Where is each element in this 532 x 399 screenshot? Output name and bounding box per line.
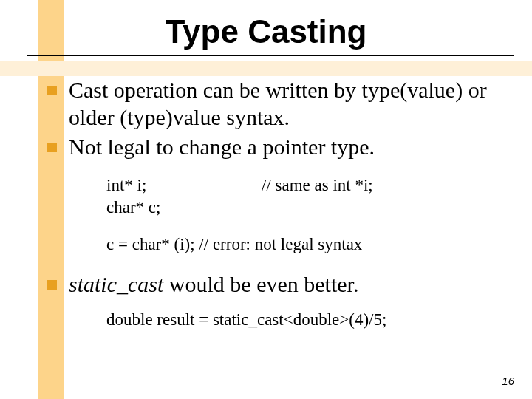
bullet-item: Cast operation can be written by type(va… (47, 77, 505, 131)
bullet-square-icon (47, 143, 57, 152)
bullet-text: Not legal to change a pointer type. (69, 134, 375, 161)
code-example-1: int* i; // same as int *i; char* c; c = … (106, 174, 505, 256)
code-comment: // same as int *i; (262, 174, 373, 197)
bullet-square-icon (47, 280, 57, 290)
slide-title: Type Casting (0, 13, 532, 50)
keyword-static-cast: static_cast (69, 272, 163, 296)
slide-body: Cast operation can be written by type(va… (47, 77, 505, 331)
bullet-item: Not legal to change a pointer type. (47, 134, 505, 161)
page-number: 16 (502, 375, 514, 387)
code-line: char* c; (106, 197, 505, 219)
bullet-item: static_cast would be even better. (47, 271, 505, 299)
bullet-text: Cast operation can be written by type(va… (69, 77, 505, 131)
code-line: c = char* (i); // error: not legal synta… (106, 233, 505, 256)
code-line: double result = static_cast<double>(4)/5… (106, 309, 505, 331)
code-example-2: double result = static_cast<double>(4)/5… (106, 309, 505, 331)
code-line: int* i; (106, 174, 262, 197)
bullet-text: static_cast would be even better. (69, 271, 358, 299)
bullet-text-tail: would be even better. (163, 272, 358, 296)
title-underline (27, 55, 514, 56)
bullet-square-icon (47, 86, 57, 95)
decor-horizontal-bar (0, 61, 532, 76)
